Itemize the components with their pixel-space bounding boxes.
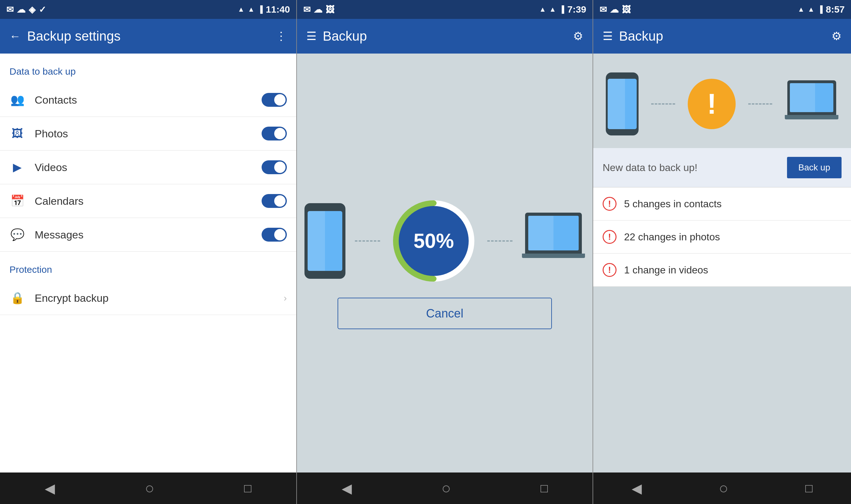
messages-item[interactable]: 💬 Messages: [0, 218, 296, 252]
panel-backup-progress: ✉ ☁ 🖼 ▲ ▲ ▐ 7:39 ☰ Backup ⚙: [296, 0, 592, 504]
app-bar-1: ← Backup settings ⋮: [0, 19, 296, 54]
data-section-header: Data to back up: [0, 54, 296, 83]
status-icons-left: ✉ ☁ ◈ ✓: [6, 4, 46, 15]
contacts-change-item: ! 5 changes in contacts: [593, 187, 851, 220]
laptop-screen-inner-3: [790, 83, 833, 112]
protection-section-header: Protection: [0, 252, 296, 281]
status-bar-3: ✉ ☁ 🖼 ▲ ▲ ▐ 8:57: [593, 0, 851, 19]
photos-item[interactable]: 🖼 Photos: [0, 117, 296, 150]
cloud-icon-2: ☁: [314, 4, 322, 15]
videos-label: Videos: [35, 161, 252, 174]
status-bar-2: ✉ ☁ 🖼 ▲ ▲ ▐ 7:39: [297, 0, 592, 19]
back-nav-button[interactable]: ◀: [45, 481, 55, 496]
panel-backup-new-data: ✉ ☁ 🖼 ▲ ▲ ▐ 8:57 ☰ Backup ⚙ !: [592, 0, 851, 504]
encrypt-backup-label: Encrypt backup: [35, 292, 274, 304]
transfer-line-right: [487, 240, 513, 241]
home-nav-button-2[interactable]: ○: [441, 479, 451, 498]
laptop-base-3: [785, 115, 838, 120]
status-bar-1: ✉ ☁ ◈ ✓ ▲ ▲ ▐ 11:40: [0, 0, 296, 19]
laptop-screen-reflection-3: [790, 83, 815, 112]
wifi-icon: ▲: [238, 5, 245, 14]
status-icons-right-2: ▲ ▲ ▐ 7:39: [539, 4, 586, 15]
image-icon-3: 🖼: [622, 4, 631, 15]
back-nav-button-3[interactable]: ◀: [632, 481, 642, 496]
wifi-icon-2: ▲: [539, 5, 546, 14]
notification-icon: ✉: [6, 4, 14, 15]
back-up-button[interactable]: Back up: [787, 157, 841, 178]
phone-device: [304, 203, 345, 279]
signal-icon-3: ▲: [808, 5, 815, 14]
videos-toggle[interactable]: [262, 160, 287, 174]
contacts-label: Contacts: [35, 94, 252, 106]
wifi-icon-3: ▲: [798, 5, 805, 14]
phone-screen-3: [608, 79, 637, 129]
devices-warning-row: !: [593, 54, 851, 148]
home-nav-button-3[interactable]: ○: [719, 479, 728, 498]
recents-nav-button[interactable]: □: [244, 482, 251, 495]
new-data-banner: New data to back up! Back up: [593, 148, 851, 187]
cloud-icon: ☁: [17, 4, 25, 15]
page-title-2: Backup: [323, 29, 567, 44]
calendars-toggle[interactable]: [262, 194, 287, 208]
videos-change-item: ! 1 change in videos: [593, 254, 851, 287]
app-bar-3: ☰ Backup ⚙: [593, 19, 851, 54]
more-button[interactable]: ⋮: [276, 30, 287, 43]
image-icon-2: 🖼: [325, 4, 334, 15]
battery-icon-2: ▐: [559, 5, 564, 14]
photos-warning-icon: !: [603, 230, 617, 244]
contacts-item[interactable]: 👥 Contacts: [0, 83, 296, 117]
dropbox-icon: ◈: [29, 4, 36, 15]
battery-icon-3: ▐: [818, 5, 823, 14]
transfer-line-right-3: [748, 103, 772, 105]
status-time-3: 8:57: [826, 4, 845, 15]
status-time: 11:40: [266, 4, 290, 15]
laptop-screen-3: [787, 80, 836, 115]
settings-button-3[interactable]: ⚙: [831, 30, 841, 43]
encrypt-backup-item[interactable]: 🔒 Encrypt backup ›: [0, 281, 296, 315]
menu-button-2[interactable]: ☰: [306, 30, 316, 43]
page-title-1: Backup settings: [27, 29, 269, 44]
phone-screen-reflection-3: [608, 79, 625, 129]
photos-toggle[interactable]: [262, 127, 287, 141]
messages-label: Messages: [35, 229, 252, 241]
photos-change-item: ! 22 changes in photos: [593, 220, 851, 254]
page-title-3: Backup: [619, 29, 825, 44]
status-icons-right-3: ▲ ▲ ▐ 8:57: [798, 4, 845, 15]
laptop-screen: [525, 213, 582, 254]
new-data-text: New data to back up!: [603, 162, 781, 174]
chevron-right-icon: ›: [284, 293, 287, 303]
recents-nav-button-3[interactable]: □: [805, 482, 813, 495]
laptop-screen-reflection: [528, 216, 553, 250]
contacts-change-text: 5 changes in contacts: [624, 198, 722, 210]
messages-toggle[interactable]: [262, 228, 287, 241]
laptop-screen-inner: [528, 216, 579, 250]
calendars-item[interactable]: 📅 Calendars: [0, 184, 296, 218]
check-icon: ✓: [39, 4, 46, 15]
transfer-line-left: [355, 240, 380, 241]
home-nav-button[interactable]: ○: [145, 479, 154, 498]
photos-change-text: 22 changes in photos: [624, 231, 720, 243]
panel3-main-content: ! New data to back up! Back up ! 5 chang…: [593, 54, 851, 472]
contacts-icon: 👥: [10, 92, 25, 108]
messages-icon: 💬: [10, 227, 25, 242]
laptop-device-3: [785, 80, 838, 128]
back-nav-button-2[interactable]: ◀: [342, 481, 352, 496]
back-button[interactable]: ←: [10, 30, 21, 43]
status-icons-right: ▲ ▲ ▐ 11:40: [238, 4, 290, 15]
cloud-icon-3: ☁: [610, 4, 619, 15]
devices-transfer-row: 50%: [304, 197, 585, 285]
signal-icon: ▲: [248, 5, 255, 14]
videos-change-text: 1 change in videos: [624, 264, 708, 276]
settings-button-2[interactable]: ⚙: [573, 30, 583, 43]
recents-nav-button-2[interactable]: □: [540, 482, 548, 495]
transfer-line-left-3: [651, 103, 675, 105]
cancel-button[interactable]: Cancel: [338, 298, 552, 329]
status-time-2: 7:39: [567, 4, 586, 15]
warning-indicator: !: [688, 79, 735, 129]
lock-icon: 🔒: [10, 290, 25, 306]
videos-item[interactable]: ▶ Videos: [0, 150, 296, 184]
contacts-toggle[interactable]: [262, 93, 287, 107]
videos-warning-icon: !: [603, 263, 617, 277]
menu-button-3[interactable]: ☰: [603, 30, 613, 43]
bottom-nav-3: ◀ ○ □: [593, 472, 851, 504]
